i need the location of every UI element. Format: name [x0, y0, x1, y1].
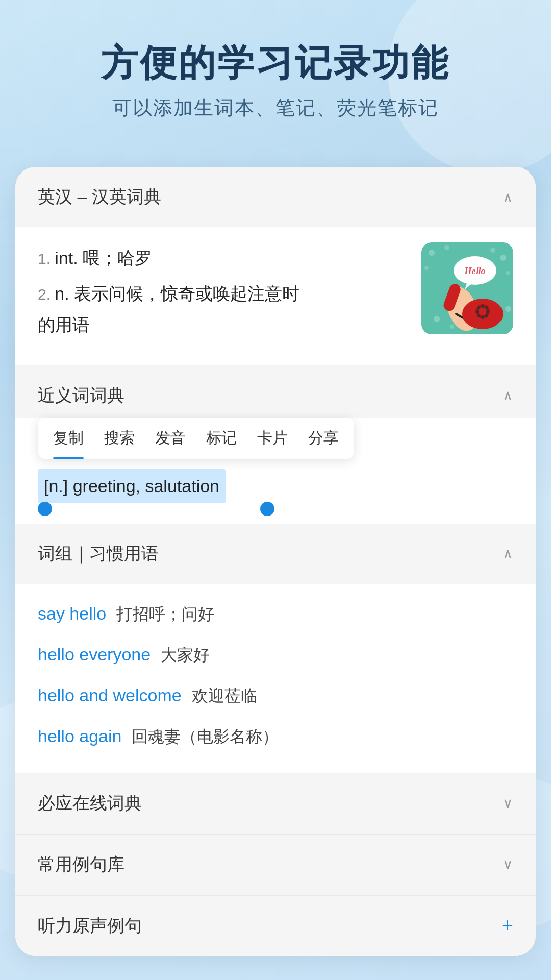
hello-illustration-svg: Hello	[421, 242, 513, 334]
header-section: 方便的学习记录功能 可以添加生词本、笔记、荧光笔标记	[0, 0, 551, 152]
example-chevron-down-icon: ∨	[503, 856, 513, 873]
svg-point-2	[424, 266, 429, 270]
context-menu-card[interactable]: 卡片	[257, 428, 288, 449]
context-menu: 复制 搜索 发音 标记 卡片 分享	[38, 418, 354, 459]
dict-content-area: 1. int. 喂；哈罗 2. n. 表示问候，惊奇或唤起注意时的用语	[15, 227, 536, 365]
main-title: 方便的学习记录功能	[31, 41, 520, 85]
context-menu-copy[interactable]: 复制	[53, 428, 84, 449]
phrase-chinese-3: 欢迎莅临	[192, 685, 257, 707]
phrase-english-1[interactable]: say hello	[38, 604, 106, 624]
audio-examples-section[interactable]: 听力原声例句 +	[15, 895, 536, 956]
phrase-item-3[interactable]: hello and welcome 欢迎莅临	[38, 676, 513, 717]
svg-point-21	[486, 310, 489, 313]
main-card: 英汉 – 汉英词典 ∧ 1. int. 喂；哈罗 2. n. 表示问候，惊奇或唤…	[15, 167, 536, 956]
svg-point-25	[476, 310, 479, 313]
phrase-chinese-2: 大家好	[161, 644, 210, 667]
phrase-english-2[interactable]: hello everyone	[38, 645, 151, 665]
chevron-up-icon: ∧	[503, 189, 513, 206]
synonym-section: 近义词词典 ∧ 复制 搜索 发音 标记 卡片 分享 [n.] greeting,…	[15, 365, 536, 524]
entry-type-1: int.	[55, 248, 83, 267]
bing-dict-title: 必应在线词典	[38, 792, 142, 815]
phrase-item-2[interactable]: hello everyone 大家好	[38, 635, 513, 676]
svg-point-7	[450, 325, 454, 329]
bing-dict-section[interactable]: 必应在线词典 ∨	[15, 773, 536, 834]
phrase-english-3[interactable]: hello and welcome	[38, 685, 182, 705]
plus-icon[interactable]: +	[502, 914, 513, 937]
audio-examples-title: 听力原声例句	[38, 914, 142, 938]
phrase-content: say hello 打招呼；问好 hello everyone 大家好 hell…	[15, 584, 536, 773]
phrase-title: 词组｜习惯用语	[38, 542, 159, 566]
phrase-chinese-4: 回魂妻（电影名称）	[132, 726, 279, 748]
entry-num-2: 2.	[38, 286, 55, 303]
svg-point-9	[505, 306, 511, 312]
entry-def-1: 喂；哈罗	[83, 248, 152, 267]
dict-text-area: 1. int. 喂；哈罗 2. n. 表示问候，惊奇或唤起注意时的用语	[38, 242, 411, 345]
selected-text: [n.] greeting, salutation	[38, 469, 226, 503]
dict-entry-1: 1. int. 喂；哈罗	[38, 242, 411, 274]
entry-type-2: n.	[55, 284, 74, 303]
hello-telephone-image: Hello	[421, 242, 513, 334]
example-sentences-section[interactable]: 常用例句库 ∨	[15, 834, 536, 895]
entry-def-2: 表示问候，惊奇或唤起注意时的用语	[38, 284, 299, 334]
phrase-english-4[interactable]: hello again	[38, 726, 121, 746]
context-menu-pronounce[interactable]: 发音	[155, 428, 186, 449]
phrase-chinese-1: 打招呼；问好	[116, 603, 214, 626]
selection-handle-right	[260, 502, 274, 516]
synonym-section-header[interactable]: 近义词词典 ∧	[15, 365, 536, 418]
english-chinese-section-header[interactable]: 英汉 – 汉英词典 ∧	[15, 167, 536, 227]
context-menu-underline	[53, 457, 84, 459]
context-menu-share[interactable]: 分享	[308, 428, 339, 449]
synonym-title: 近义词词典	[38, 384, 124, 407]
svg-point-3	[500, 255, 506, 261]
svg-point-1	[444, 245, 449, 250]
dict-entry-2: 2. n. 表示问候，惊奇或唤起注意时的用语	[38, 278, 411, 340]
context-menu-search[interactable]: 搜索	[104, 428, 135, 449]
sub-title: 可以添加生词本、笔记、荧光笔标记	[31, 95, 520, 121]
phrase-chevron-up-icon: ∧	[503, 545, 513, 562]
example-sentences-title: 常用例句库	[38, 853, 124, 876]
context-menu-mark[interactable]: 标记	[206, 428, 237, 449]
svg-point-22	[485, 314, 488, 317]
svg-point-5	[490, 248, 495, 253]
bing-chevron-down-icon: ∨	[503, 795, 513, 812]
entry-num-1: 1.	[38, 250, 55, 267]
svg-point-19	[481, 305, 484, 308]
svg-point-6	[434, 316, 440, 322]
svg-point-24	[477, 314, 480, 317]
svg-point-4	[506, 271, 510, 275]
phrase-item-4[interactable]: hello again 回魂妻（电影名称）	[38, 717, 513, 757]
synonym-chevron-up-icon: ∧	[503, 387, 513, 404]
phrase-section: 词组｜习惯用语 ∧	[15, 524, 536, 584]
selection-handle-left	[38, 502, 52, 516]
phrase-section-header[interactable]: 词组｜习惯用语 ∧	[15, 524, 536, 584]
phrase-item-1[interactable]: say hello 打招呼；问好	[38, 594, 513, 635]
svg-text:Hello: Hello	[464, 266, 486, 276]
selected-text-area: [n.] greeting, salutation	[15, 459, 536, 524]
svg-point-0	[429, 250, 435, 256]
svg-point-23	[481, 316, 484, 319]
english-chinese-title: 英汉 – 汉英词典	[38, 185, 161, 209]
svg-point-20	[485, 306, 488, 309]
svg-point-18	[477, 306, 480, 309]
